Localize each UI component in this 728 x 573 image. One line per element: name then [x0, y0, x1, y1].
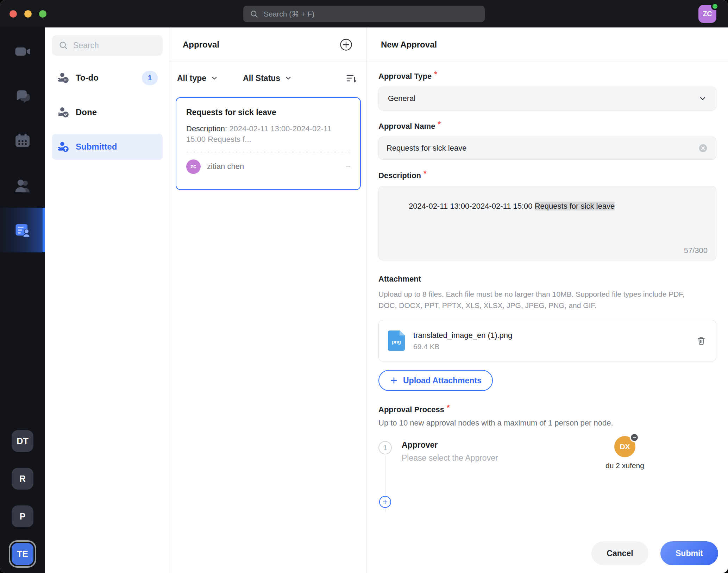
sidebar-item-done[interactable]: Done — [52, 102, 163, 122]
rail-item-video[interactable] — [0, 29, 45, 74]
sidebar-search-input[interactable] — [73, 41, 156, 50]
rail-avatar-dt[interactable]: DT — [12, 430, 33, 452]
assignee-avatar[interactable]: DX — [614, 436, 635, 457]
author-avatar: zc — [186, 159, 201, 174]
approval-name-input[interactable]: Requests for sick leave — [378, 137, 716, 160]
png-file-icon: png — [388, 330, 405, 351]
panel-title: New Approval — [381, 40, 437, 50]
approval-sidebar: To-do 1 Done — [45, 27, 169, 573]
sidebar-item-submitted[interactable]: Submitted — [52, 134, 163, 160]
rail-item-messenger[interactable] — [0, 74, 45, 118]
required-marker: * — [438, 120, 441, 128]
add-node-button[interactable] — [379, 496, 391, 508]
description-textarea[interactable]: 2024-02-11 13:00-2024-02-11 15:00 Reques… — [378, 186, 716, 260]
user-avatar[interactable]: ZC — [698, 5, 716, 23]
rail-avatar-r[interactable]: R — [12, 468, 33, 490]
file-type-label: png — [392, 339, 401, 345]
form-actions: Cancel Submit — [591, 541, 718, 565]
approval-type-select[interactable]: General — [378, 87, 716, 111]
card-divider — [186, 152, 350, 152]
author-name: zitian chen — [207, 162, 244, 171]
approval-process-label: Approval Process* — [378, 405, 716, 414]
remove-assignee-button[interactable] — [630, 433, 639, 442]
required-marker: * — [423, 170, 427, 177]
zoom-window-button[interactable] — [39, 10, 46, 18]
file-info: translated_image_en (1).png 69.4 KB — [413, 331, 512, 351]
contacts-people-icon — [13, 176, 32, 195]
chevron-down-icon — [284, 74, 292, 82]
create-approval-button[interactable] — [339, 38, 353, 52]
close-window-button[interactable] — [10, 10, 17, 18]
calendar-icon — [13, 132, 32, 150]
required-marker: * — [447, 404, 450, 411]
global-search-input[interactable] — [264, 10, 478, 18]
description-label: Description: — [186, 124, 229, 133]
rail-recent-contacts: DT R P TE — [0, 430, 45, 573]
sidebar-item-label: Done — [76, 107, 97, 117]
rail-item-contacts[interactable] — [0, 163, 45, 208]
app-rail: DT R P TE — [0, 27, 45, 573]
person-upload-icon — [57, 141, 69, 153]
approval-type-label: Approval Type* — [378, 72, 716, 81]
approval-name-value: Requests for sick leave — [387, 144, 466, 153]
upload-button-label: Upload Attachments — [403, 376, 482, 385]
search-icon — [58, 40, 68, 50]
new-approval-form: Approval Type* General Approval Name* Re… — [367, 62, 728, 573]
sidebar-search[interactable] — [52, 35, 163, 56]
description-text-selected: Requests for sick leave — [535, 202, 615, 210]
status-filter-dropdown[interactable]: All Status — [243, 74, 292, 83]
trash-icon — [696, 335, 707, 346]
titlebar: ZC — [0, 0, 728, 27]
rail-avatar-te[interactable]: TE — [12, 543, 33, 565]
approval-type-value: General — [388, 94, 415, 103]
minimize-window-button[interactable] — [24, 10, 32, 18]
minus-icon — [632, 435, 637, 440]
sort-button[interactable] — [345, 72, 357, 84]
rail-item-calendar[interactable] — [0, 118, 45, 163]
submit-button[interactable]: Submit — [660, 541, 718, 565]
plus-icon — [382, 499, 388, 505]
sidebar-item-todo[interactable]: To-do 1 — [52, 68, 163, 88]
attachment-help-text: Upload up to 8 files. Each file must be … — [378, 289, 704, 311]
rail-avatar-p[interactable]: P — [12, 505, 33, 527]
person-todo-icon — [57, 72, 69, 84]
panel-header: New Approval — [367, 27, 728, 62]
card-meta-dash: – — [346, 162, 350, 171]
cancel-button[interactable]: Cancel — [591, 541, 648, 565]
description-text: 2024-02-11 13:00-2024-02-11 15:00 — [409, 202, 535, 210]
list-filters: All type All Status — [169, 62, 366, 94]
approval-name-label: Approval Name* — [378, 122, 716, 131]
todo-count-badge: 1 — [142, 71, 158, 85]
rail-item-approval[interactable] — [0, 208, 45, 252]
node-number: 1 — [378, 441, 392, 454]
delete-attachment-button[interactable] — [696, 335, 707, 346]
sidebar-item-label: Submitted — [76, 142, 117, 152]
sidebar-item-label: To-do — [76, 73, 99, 83]
node-title: Approver — [402, 440, 498, 450]
clear-input-icon[interactable] — [698, 143, 708, 153]
card-footer: zc zitian chen – — [186, 159, 350, 174]
description-label: Description* — [378, 171, 716, 180]
person-check-icon — [57, 106, 69, 118]
approver-node: 1 Approver Please select the Approver DX — [378, 440, 716, 466]
sort-descending-icon — [345, 72, 357, 84]
required-marker: * — [434, 70, 437, 78]
node-body[interactable]: Approver Please select the Approver — [402, 440, 498, 466]
new-approval-panel: New Approval Approval Type* General Appr… — [367, 27, 728, 573]
type-filter-label: All type — [177, 74, 206, 83]
attachment-file-row[interactable]: png translated_image_en (1).png 69.4 KB — [378, 320, 716, 361]
video-camera-icon — [13, 42, 32, 61]
type-filter-dropdown[interactable]: All type — [177, 74, 218, 83]
list-title: Approval — [183, 40, 219, 50]
approval-list-item-selected[interactable]: Requests for sick leave Description: 202… — [176, 97, 361, 190]
chevron-down-icon — [698, 94, 707, 103]
approval-list-column: Approval All type All Status — [169, 27, 367, 573]
approval-process-flow: 1 Approver Please select the Approver DX — [378, 440, 716, 508]
upload-attachments-button[interactable]: Upload Attachments — [378, 370, 493, 391]
status-filter-label: All Status — [243, 74, 280, 83]
approval-item-description: Description: 2024-02-11 13:00-2024-02-11… — [186, 124, 350, 145]
list-header: Approval — [169, 27, 366, 62]
global-search[interactable] — [243, 6, 485, 22]
approval-item-title: Requests for sick leave — [186, 108, 350, 117]
app-window: ZC — [0, 0, 728, 573]
